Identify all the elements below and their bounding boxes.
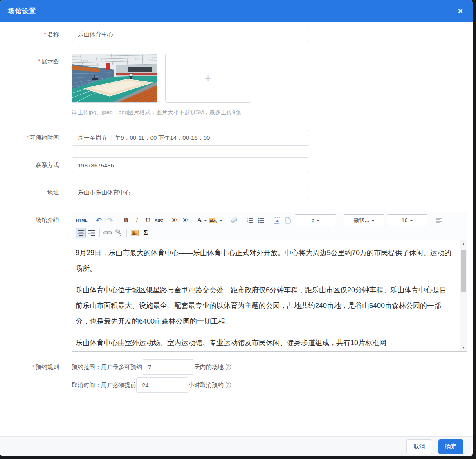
field-name-row: *名称: [0,27,473,42]
italic-button[interactable]: I [132,215,142,225]
address-label: 地址: [0,185,61,200]
chevron-down-icon [410,220,413,223]
paragraph-format-select[interactable]: p [295,214,336,226]
intro-paragraph: 9月29日，乐山市最大的体育中心——乐山体育中心正式对外开放。中心将为周边5公里… [76,245,453,276]
required-mark: * [38,58,40,65]
redo-icon[interactable]: ↷ [105,215,115,225]
svg-text:3: 3 [247,221,248,223]
chevron-down-icon [220,220,223,223]
venue-settings-dialog: 场馆设置 ✕ *名称: *展示图: [0,0,473,456]
underline-button[interactable]: U [143,215,153,225]
scroll-down-icon[interactable]: ▼ [460,346,467,349]
dialog-footer: 取消 确定 [0,436,473,456]
help-icon[interactable]: ? [225,364,231,370]
font-family-select[interactable]: 微软... [344,214,384,226]
align-center-icon[interactable] [76,228,86,238]
intro-label: 场馆介绍: [0,212,61,228]
arena-image [72,54,157,102]
editor-content[interactable]: 9月29日，乐山市最大的体育中心——乐山体育中心正式对外开放。中心将为周边5公里… [72,240,467,351]
field-time-row: *可预约时间: [0,130,473,146]
rules-label: *预约规则: [0,359,61,375]
close-icon[interactable]: ✕ [457,7,463,15]
dialog-body: *名称: *展示图: [0,22,473,436]
new-page-icon[interactable] [283,215,293,225]
toolbar-separator [431,216,431,225]
toolbar-separator [118,216,118,225]
toolbar-separator [242,216,242,225]
toolbar-separator [126,229,127,237]
upload-hint: 请上传jpg、jpeg、png图片格式，图片大小不超过5M，最多上传9张 [72,109,251,116]
bookable-time-input[interactable] [72,130,309,146]
link-icon[interactable] [103,228,113,238]
insert-image-icon[interactable] [130,228,140,238]
name-input[interactable] [72,27,309,42]
required-mark: * [44,31,46,38]
ordered-list-icon[interactable]: 123 [245,215,255,225]
toolbar-separator [194,216,194,225]
bold-button[interactable]: B [121,215,131,225]
field-address-row: 地址: [0,185,473,200]
editor-scrollbar[interactable]: ▲ ▼ [460,240,467,351]
font-size-select[interactable]: 16 [387,214,427,226]
confirm-button[interactable]: 确定 [438,439,463,454]
field-intro-row: 场馆介绍: HTML ↶ ↷ B I U ABC [0,212,473,352]
contact-input[interactable] [72,157,309,173]
rule-range-prefix: 预约范围：用户最多可预约 [72,364,142,371]
toolbar-separator [91,216,91,225]
chevron-down-icon [371,220,375,223]
help-icon[interactable]: ? [225,382,231,388]
editor-toolbar-row-1: HTML ↶ ↷ B I U ABC X2 X2 A a [72,212,467,227]
plus-icon: + [204,72,212,85]
venue-photo[interactable] [72,54,157,103]
rich-text-editor: HTML ↶ ↷ B I U ABC X2 X2 A a [72,212,467,352]
image-upload-button[interactable]: + [165,54,251,103]
special-char-button[interactable]: a [272,215,282,225]
highlight-color-button[interactable]: ab✎ [208,215,223,225]
intro-paragraph: 乐山体育中心由室外运动场、室内运动馆、专业运动馆及市民休闲、健身步道组成，共有1… [76,335,453,351]
font-color-button[interactable]: A [197,215,208,225]
address-input[interactable] [72,185,309,200]
contact-label: 联系方式: [0,157,61,173]
field-contact-row: 联系方式: [0,157,473,173]
unlink-icon[interactable] [114,228,124,238]
html-source-button[interactable]: HTML [76,215,88,225]
strikethrough-button[interactable]: ABC [154,215,164,225]
formula-button[interactable]: Σ [141,228,151,238]
cancel-button[interactable]: 取消 [406,439,432,454]
bullet-list-icon[interactable] [256,215,266,225]
images-label: *展示图: [0,54,61,69]
required-mark: * [26,135,28,141]
name-label: *名称: [0,27,61,42]
rule-cancel-suffix: 小时取消预约 [188,382,224,389]
rule-range-suffix: 天内的场地 [194,364,224,371]
intro-paragraph: 乐山体育中心位于城区银星路与金甲冲路交会处，距市政府仅6分钟车程，距乐山市区仅2… [76,282,453,329]
field-rules-row: *预约规则: 预约范围：用户最多可预约 天内的场地 ? 取消时间：用户必须提前 … [0,359,473,393]
toolbar-separator [167,216,167,225]
rule-cancel-prefix: 取消时间：用户必须提前 [72,382,136,389]
time-label: *可预约时间: [0,130,61,146]
editor-toolbar-row-2: Σ [72,227,467,240]
chevron-down-icon [204,220,207,223]
align-left-icon[interactable] [434,215,444,225]
eraser-icon[interactable] [229,215,239,225]
scrollbar-thumb[interactable] [461,250,466,292]
chevron-down-icon [317,220,320,223]
rule-range-line: 预约范围：用户最多可预约 天内的场地 ? [72,359,231,375]
undo-icon[interactable]: ↶ [94,215,104,225]
toolbar-separator [226,216,226,225]
superscript-button[interactable]: X2 [170,215,180,225]
toolbar-separator [340,216,340,225]
dialog-header: 场馆设置 ✕ [0,0,473,22]
subscript-button[interactable]: X2 [181,215,191,225]
field-images-row: *展示图: [0,54,473,116]
toolbar-separator [99,229,100,237]
required-mark: * [32,364,34,370]
scroll-up-icon[interactable]: ▲ [460,242,467,246]
cancel-hours-input[interactable] [136,377,188,393]
toolbar-separator [269,216,269,225]
dialog-title: 场馆设置 [8,7,36,16]
rule-cancel-line: 取消时间：用户必须提前 小时取消预约 ? [72,377,231,393]
range-days-input[interactable] [142,359,194,375]
align-right-icon[interactable] [87,228,97,238]
